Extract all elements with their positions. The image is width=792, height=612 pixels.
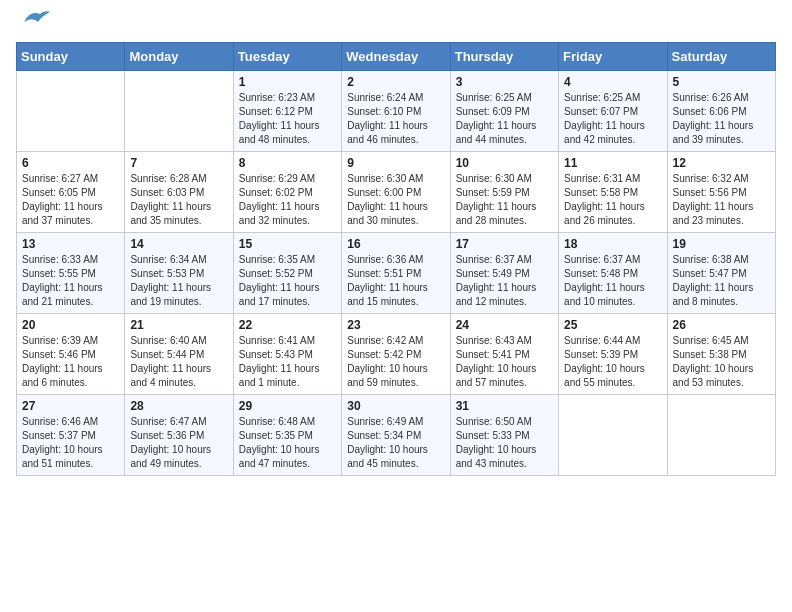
day-number: 2 xyxy=(347,75,444,89)
day-number: 30 xyxy=(347,399,444,413)
calendar-week-row: 1 Sunrise: 6:23 AM Sunset: 6:12 PM Dayli… xyxy=(17,71,776,152)
day-number: 26 xyxy=(673,318,770,332)
calendar-cell: 16 Sunrise: 6:36 AM Sunset: 5:51 PM Dayl… xyxy=(342,233,450,314)
calendar-cell: 25 Sunrise: 6:44 AM Sunset: 5:39 PM Dayl… xyxy=(559,314,667,395)
calendar-cell: 30 Sunrise: 6:49 AM Sunset: 5:34 PM Dayl… xyxy=(342,395,450,476)
calendar-cell: 1 Sunrise: 6:23 AM Sunset: 6:12 PM Dayli… xyxy=(233,71,341,152)
sunset-label: Sunset: xyxy=(130,268,164,279)
daylight-label: Daylight: xyxy=(564,120,603,131)
day-number: 1 xyxy=(239,75,336,89)
daylight-label: Daylight: xyxy=(456,363,495,374)
day-number: 21 xyxy=(130,318,227,332)
daylight-label: Daylight: xyxy=(564,282,603,293)
sunrise-label: Sunrise: xyxy=(673,173,710,184)
calendar-cell: 29 Sunrise: 6:48 AM Sunset: 5:35 PM Dayl… xyxy=(233,395,341,476)
sunrise-label: Sunrise: xyxy=(239,254,276,265)
calendar-cell xyxy=(559,395,667,476)
calendar-cell xyxy=(667,395,775,476)
sunrise-label: Sunrise: xyxy=(564,92,601,103)
day-info: Sunrise: 6:47 AM Sunset: 5:36 PM Dayligh… xyxy=(130,415,227,471)
sunset-label: Sunset: xyxy=(347,106,381,117)
day-info: Sunrise: 6:36 AM Sunset: 5:51 PM Dayligh… xyxy=(347,253,444,309)
sunset-label: Sunset: xyxy=(456,268,490,279)
calendar-week-row: 20 Sunrise: 6:39 AM Sunset: 5:46 PM Dayl… xyxy=(17,314,776,395)
day-number: 18 xyxy=(564,237,661,251)
sunset-label: Sunset: xyxy=(347,187,381,198)
weekday-header: Monday xyxy=(125,43,233,71)
calendar-cell: 14 Sunrise: 6:34 AM Sunset: 5:53 PM Dayl… xyxy=(125,233,233,314)
day-number: 11 xyxy=(564,156,661,170)
day-number: 25 xyxy=(564,318,661,332)
calendar-week-row: 6 Sunrise: 6:27 AM Sunset: 6:05 PM Dayli… xyxy=(17,152,776,233)
daylight-label: Daylight: xyxy=(130,201,169,212)
daylight-label: Daylight: xyxy=(130,282,169,293)
sunset-label: Sunset: xyxy=(130,187,164,198)
day-number: 28 xyxy=(130,399,227,413)
sunset-label: Sunset: xyxy=(456,106,490,117)
day-info: Sunrise: 6:26 AM Sunset: 6:06 PM Dayligh… xyxy=(673,91,770,147)
sunrise-label: Sunrise: xyxy=(347,416,384,427)
weekday-header: Wednesday xyxy=(342,43,450,71)
sunrise-label: Sunrise: xyxy=(130,335,167,346)
day-number: 13 xyxy=(22,237,119,251)
daylight-label: Daylight: xyxy=(456,444,495,455)
day-info: Sunrise: 6:40 AM Sunset: 5:44 PM Dayligh… xyxy=(130,334,227,390)
sunset-label: Sunset: xyxy=(564,106,598,117)
day-number: 12 xyxy=(673,156,770,170)
day-info: Sunrise: 6:30 AM Sunset: 5:59 PM Dayligh… xyxy=(456,172,553,228)
calendar-cell: 3 Sunrise: 6:25 AM Sunset: 6:09 PM Dayli… xyxy=(450,71,558,152)
calendar-cell: 2 Sunrise: 6:24 AM Sunset: 6:10 PM Dayli… xyxy=(342,71,450,152)
calendar-cell: 22 Sunrise: 6:41 AM Sunset: 5:43 PM Dayl… xyxy=(233,314,341,395)
sunrise-label: Sunrise: xyxy=(564,335,601,346)
sunset-label: Sunset: xyxy=(130,430,164,441)
calendar-table: SundayMondayTuesdayWednesdayThursdayFrid… xyxy=(16,42,776,476)
sunset-label: Sunset: xyxy=(564,268,598,279)
day-info: Sunrise: 6:34 AM Sunset: 5:53 PM Dayligh… xyxy=(130,253,227,309)
logo-bird-icon xyxy=(20,8,52,30)
calendar-cell: 19 Sunrise: 6:38 AM Sunset: 5:47 PM Dayl… xyxy=(667,233,775,314)
daylight-label: Daylight: xyxy=(347,120,386,131)
daylight-label: Daylight: xyxy=(239,201,278,212)
sunset-label: Sunset: xyxy=(347,268,381,279)
sunset-label: Sunset: xyxy=(347,430,381,441)
day-number: 24 xyxy=(456,318,553,332)
page-header xyxy=(16,16,776,34)
day-number: 17 xyxy=(456,237,553,251)
day-number: 8 xyxy=(239,156,336,170)
daylight-label: Daylight: xyxy=(564,201,603,212)
daylight-label: Daylight: xyxy=(130,444,169,455)
day-number: 19 xyxy=(673,237,770,251)
day-info: Sunrise: 6:28 AM Sunset: 6:03 PM Dayligh… xyxy=(130,172,227,228)
daylight-label: Daylight: xyxy=(22,201,61,212)
sunrise-label: Sunrise: xyxy=(130,173,167,184)
day-number: 10 xyxy=(456,156,553,170)
sunrise-label: Sunrise: xyxy=(239,416,276,427)
daylight-label: Daylight: xyxy=(22,363,61,374)
calendar-cell: 11 Sunrise: 6:31 AM Sunset: 5:58 PM Dayl… xyxy=(559,152,667,233)
sunrise-label: Sunrise: xyxy=(456,416,493,427)
day-info: Sunrise: 6:39 AM Sunset: 5:46 PM Dayligh… xyxy=(22,334,119,390)
daylight-label: Daylight: xyxy=(239,282,278,293)
day-info: Sunrise: 6:43 AM Sunset: 5:41 PM Dayligh… xyxy=(456,334,553,390)
day-info: Sunrise: 6:42 AM Sunset: 5:42 PM Dayligh… xyxy=(347,334,444,390)
calendar-week-row: 13 Sunrise: 6:33 AM Sunset: 5:55 PM Dayl… xyxy=(17,233,776,314)
calendar-cell: 23 Sunrise: 6:42 AM Sunset: 5:42 PM Dayl… xyxy=(342,314,450,395)
logo xyxy=(16,16,52,34)
day-info: Sunrise: 6:31 AM Sunset: 5:58 PM Dayligh… xyxy=(564,172,661,228)
daylight-label: Daylight: xyxy=(130,363,169,374)
day-info: Sunrise: 6:37 AM Sunset: 5:48 PM Dayligh… xyxy=(564,253,661,309)
sunrise-label: Sunrise: xyxy=(456,92,493,103)
day-number: 7 xyxy=(130,156,227,170)
calendar-cell: 13 Sunrise: 6:33 AM Sunset: 5:55 PM Dayl… xyxy=(17,233,125,314)
weekday-header: Saturday xyxy=(667,43,775,71)
sunset-label: Sunset: xyxy=(239,268,273,279)
weekday-header: Friday xyxy=(559,43,667,71)
sunrise-label: Sunrise: xyxy=(347,173,384,184)
day-number: 15 xyxy=(239,237,336,251)
daylight-label: Daylight: xyxy=(22,282,61,293)
day-info: Sunrise: 6:24 AM Sunset: 6:10 PM Dayligh… xyxy=(347,91,444,147)
day-info: Sunrise: 6:41 AM Sunset: 5:43 PM Dayligh… xyxy=(239,334,336,390)
calendar-cell: 24 Sunrise: 6:43 AM Sunset: 5:41 PM Dayl… xyxy=(450,314,558,395)
sunrise-label: Sunrise: xyxy=(673,335,710,346)
sunset-label: Sunset: xyxy=(673,268,707,279)
